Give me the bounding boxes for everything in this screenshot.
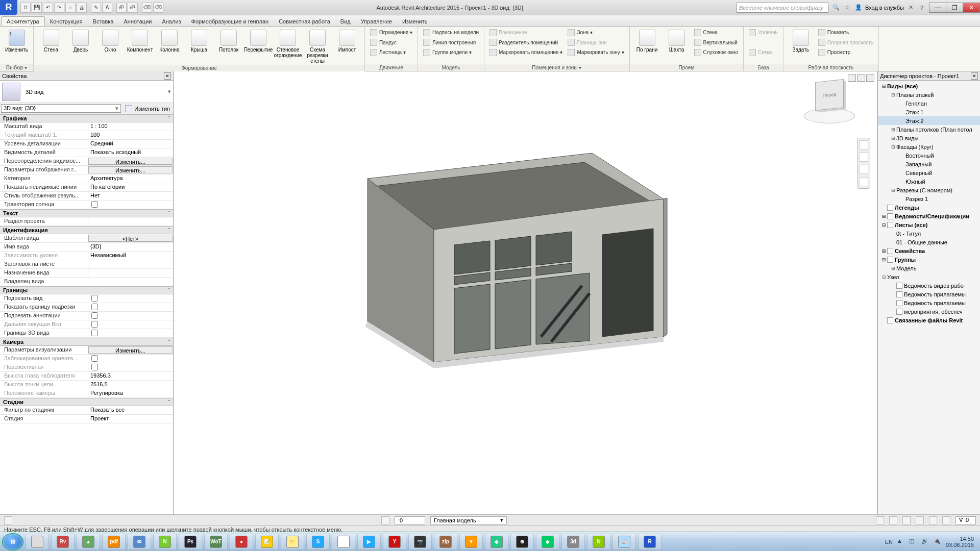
minimize-button[interactable]: — (929, 3, 946, 13)
taskbar-app[interactable]: Ps (179, 534, 202, 550)
ribbon-row-button[interactable]: Надпись на модели (421, 28, 481, 37)
mdi-restore-icon[interactable] (857, 74, 865, 82)
prop-row[interactable]: Траектория солнца (0, 201, 173, 209)
ribbon-row-button[interactable]: Группа модели ▾ (421, 47, 481, 57)
ribbon-row-button[interactable]: Разделитель помещений (487, 38, 565, 47)
prop-row[interactable]: Шаблон вида<Нет> (0, 234, 173, 243)
opening-shaft-button[interactable]: Шахта (663, 28, 691, 53)
ribbon-row-button[interactable]: Лестница ▾ (368, 47, 414, 57)
tree-node[interactable]: ⊟Группы (878, 255, 980, 264)
prop-row[interactable]: Заблокированная ориента... (0, 355, 173, 363)
qat-button[interactable]: ⌂ (65, 3, 76, 13)
ribbon-big-button[interactable]: Схема разрезки стены (303, 28, 332, 64)
taskbar-app[interactable]: ▲ (77, 534, 100, 550)
taskbar-app[interactable]: 📷 (408, 534, 432, 550)
ribbon-big-button[interactable]: Дверь (66, 28, 95, 53)
taskbar-app[interactable] (26, 534, 49, 550)
taskbar-app[interactable]: Y (383, 534, 406, 550)
instance-selector[interactable]: 3D вид: {3D} ▾ (1, 104, 121, 113)
ribbon-tab[interactable]: Анализ (157, 17, 186, 26)
tree-node[interactable]: ⊟Планы этажей (878, 90, 980, 99)
ribbon-big-button[interactable]: Потолок (214, 28, 243, 53)
prop-group-header[interactable]: Текстˆ (0, 209, 173, 217)
ribbon-tab[interactable]: Аннотации (118, 17, 157, 26)
tray-power-icon[interactable]: 🔌 (934, 538, 942, 546)
drag-icon[interactable] (942, 516, 950, 524)
opening-face-button[interactable]: По грани (633, 28, 662, 53)
ribbon-tab[interactable]: Вид (335, 17, 356, 26)
qat-button[interactable]: A (102, 3, 112, 13)
tree-node[interactable]: ⊞Планы потолков (План потол (878, 125, 980, 134)
type-selector[interactable]: 3D вид ▾ (0, 81, 173, 103)
tree-node[interactable]: 0t - Титул (878, 229, 980, 238)
tree-node[interactable]: 01 - Общие данные (878, 238, 980, 246)
prop-row[interactable]: Высота глаза наблюдателя19356,3 (0, 372, 173, 381)
edit-type-button[interactable]: Изменить тип (122, 103, 173, 114)
prop-row[interactable]: Границы 3D вида (0, 329, 173, 338)
ribbon-row-button[interactable]: Просмотр (816, 47, 875, 57)
zoom-icon[interactable] (859, 165, 868, 174)
prop-row[interactable]: Подрезать вид (0, 294, 173, 303)
qat-button[interactable]: 🗗 (116, 3, 127, 13)
prop-row[interactable]: СтадияПроект (0, 415, 173, 423)
prop-row[interactable]: Назначение вида (0, 269, 173, 278)
taskbar-app[interactable]: 📰 (612, 534, 636, 550)
ribbon-big-button[interactable]: Окно (96, 28, 125, 53)
ribbon-big-button[interactable]: Колонна (155, 28, 184, 53)
prop-row[interactable]: КатегорияАрхитектура (0, 174, 173, 183)
ribbon-row-button[interactable]: Маркировать помещение ▾ (487, 47, 565, 57)
browser-close-icon[interactable]: ✕ (971, 72, 978, 80)
taskbar-app[interactable]: Rv (51, 534, 75, 550)
ribbon-big-button[interactable]: Компонент (126, 28, 154, 53)
prop-row[interactable]: Параметры визуализацииИзменить... (0, 346, 173, 355)
maximize-button[interactable]: ❐ (946, 3, 963, 13)
mdi-close-icon[interactable] (866, 74, 874, 82)
qat-button[interactable]: ⌫ (153, 3, 163, 13)
taskbar-app[interactable]: N (587, 534, 610, 550)
prop-row[interactable]: Текущий масштаб 1:100 (0, 131, 173, 140)
taskbar-app[interactable]: ◆ (536, 534, 559, 550)
ribbon-big-button[interactable]: Импост (333, 28, 361, 53)
prop-row[interactable]: Имя вида{3D} (0, 243, 173, 252)
taskbar-app[interactable]: 3d (561, 534, 585, 550)
ribbon-big-button[interactable]: Стеновое ограждение (274, 28, 302, 58)
ribbon-tab[interactable]: Формообразующие и генплан (186, 17, 274, 26)
signin-icon[interactable]: 👤 (854, 3, 863, 12)
lang-indicator[interactable]: EN (885, 539, 893, 545)
workset-icon[interactable] (4, 516, 12, 524)
tree-node[interactable]: Северный (878, 168, 980, 177)
qat-button[interactable]: 🖨 (77, 3, 87, 13)
qat-button[interactable]: 🗗 (128, 3, 138, 13)
tree-node[interactable]: Связанные файлы Revit (878, 316, 980, 324)
prop-row[interactable]: Заголовок на листе (0, 260, 173, 269)
selection-icon[interactable] (381, 516, 389, 524)
navigation-bar[interactable] (857, 138, 870, 189)
tree-node[interactable]: Ведомость прилагаемы (878, 298, 980, 307)
prop-row[interactable]: Высота точки цели2516,5 (0, 381, 173, 389)
tray-vol-icon[interactable]: 🔊 (921, 538, 929, 546)
modify-button[interactable]: ↑Изменить (3, 28, 30, 53)
prop-row[interactable]: Масштаб вида1 : 100 (0, 122, 173, 131)
taskbar-app[interactable]: ● (230, 534, 253, 550)
tray-net-icon[interactable]: ◫ (909, 538, 917, 546)
ribbon-row-button[interactable]: Ограждения ▾ (368, 28, 414, 37)
app-menu-button[interactable]: R (0, 0, 17, 15)
close-button[interactable]: ✕ (963, 3, 980, 13)
prop-row[interactable]: Положение камерыРегулировка (0, 389, 173, 398)
taskbar-app[interactable]: WoT (204, 534, 228, 550)
taskbar-app[interactable]: 📝 (255, 534, 279, 550)
prop-row[interactable]: Стиль отображения резуль...Нет (0, 192, 173, 201)
help-icon[interactable]: ? (917, 3, 926, 12)
taskbar-app[interactable]: ⊕ (510, 534, 534, 550)
ribbon-big-button[interactable]: Стена (37, 28, 65, 53)
prop-group-header[interactable]: Идентификацияˆ (0, 226, 173, 234)
qat-button[interactable]: 🗋 (20, 3, 31, 13)
taskbar-app[interactable]: ▼ (459, 534, 483, 550)
tree-node[interactable]: ⊟Узел (878, 272, 980, 281)
workplane-set-button[interactable]: Задать (787, 28, 815, 53)
tree-node[interactable]: ⊞Семейства (878, 246, 980, 255)
prop-group-header[interactable]: Стадииˆ (0, 398, 173, 406)
tree-node[interactable]: Ведомость прилагаемы (878, 290, 980, 298)
tree-node[interactable]: мероприятия, обеспеч (878, 307, 980, 316)
taskbar-app[interactable]: ▶ (357, 534, 381, 550)
